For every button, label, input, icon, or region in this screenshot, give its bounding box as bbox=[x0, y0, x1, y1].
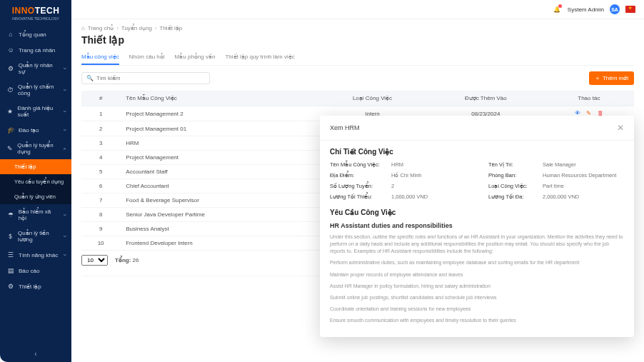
toolbar: 🔍 ＋Thêm mới bbox=[81, 71, 634, 85]
tab-3[interactable]: Thiết lập quy trình làm việc bbox=[225, 50, 294, 65]
pager-total-label: Tổng: bbox=[115, 257, 131, 263]
breadcrumb-item: Thiết lập bbox=[160, 25, 183, 31]
table-header-2: Loại Công Việc bbox=[317, 91, 428, 106]
cell-name: HRM bbox=[120, 136, 317, 151]
field-maxsalary-value: 2,000,000 VND bbox=[543, 193, 624, 200]
breadcrumb-item[interactable]: Trang chủ bbox=[88, 25, 114, 31]
sidebar-item-7[interactable]: ☂Bảo hiểm xã hội bbox=[0, 204, 71, 226]
sidebar-item-label: Tính năng khác bbox=[19, 252, 58, 258]
field-department-value: Human Resources Department bbox=[543, 172, 624, 179]
sidebar-item-10[interactable]: ▤Báo cáo bbox=[0, 263, 71, 278]
sidebar-item-label: Quản lý nhân sự bbox=[19, 62, 59, 75]
sidebar-item-11[interactable]: ⚙Thiết lập bbox=[0, 278, 71, 294]
sidebar-item-4[interactable]: ★Đánh giá hiệu suất bbox=[0, 101, 71, 122]
sidebar-icon: ☰ bbox=[7, 251, 14, 258]
table-header-4: Thao tác bbox=[544, 91, 634, 106]
breadcrumb-sep: › bbox=[155, 25, 157, 31]
add-button-label: Thêm mới bbox=[603, 75, 628, 81]
sidebar-icon: ⏱ bbox=[7, 86, 14, 94]
field-name-value: HRM bbox=[391, 161, 484, 168]
field-location-value: Hồ Chí Minh bbox=[391, 172, 484, 179]
sidebar-item-6[interactable]: ✎Quản lý tuyển dụng bbox=[0, 138, 71, 159]
sidebar-icon: ⚙ bbox=[7, 65, 14, 72]
search-input[interactable] bbox=[96, 75, 205, 81]
sidebar-subitem-6-0[interactable]: Thiết lập bbox=[0, 159, 71, 174]
cell-name: Project Management 01 bbox=[120, 121, 317, 136]
notification-badge bbox=[558, 4, 562, 8]
table-header-1: Tên Mẫu Công Việc bbox=[120, 91, 317, 106]
avatar[interactable]: SA bbox=[610, 4, 620, 14]
modal-body: Chi Tiết Công Việc Tên Mẫu Công Việc: HR… bbox=[320, 141, 634, 337]
field-department-label: Phòng Ban: bbox=[488, 172, 538, 179]
add-button[interactable]: ＋Thêm mới bbox=[589, 71, 634, 85]
cell-number: 3 bbox=[81, 136, 120, 151]
req-line: Maintain proper records of employee atte… bbox=[330, 271, 624, 278]
brand-part1: INNO bbox=[12, 6, 35, 16]
sidebar-item-2[interactable]: ⚙Quản lý nhân sự bbox=[0, 58, 71, 79]
sidebar-icon: ☂ bbox=[7, 211, 14, 218]
sidebar-subitem-6-1[interactable]: Yêu cầu tuyển dụng bbox=[0, 174, 71, 189]
req-line: Perform administrative duties, such as m… bbox=[330, 259, 624, 266]
view-job-modal: Xem HRM ✕ Chi Tiết Công Việc Tên Mẫu Côn… bbox=[320, 116, 634, 337]
tab-1[interactable]: Nhóm câu hỏi bbox=[129, 50, 165, 65]
modal-section-detail-title: Chi Tiết Công Việc bbox=[330, 148, 624, 156]
req-body: Under this section, outline the specific… bbox=[330, 233, 624, 324]
search-icon: 🔍 bbox=[86, 75, 94, 81]
sidebar-icon: ✎ bbox=[7, 145, 13, 152]
cell-name: Chief Accountant bbox=[120, 179, 317, 193]
sidebar: INNOTECH INNOVATIVE TECHNOLOGY ⌂Tổng qua… bbox=[0, 0, 71, 362]
cell-number: 4 bbox=[81, 151, 120, 165]
brand-logo: INNOTECH INNOVATIVE TECHNOLOGY bbox=[0, 0, 71, 26]
cell-number: 5 bbox=[81, 165, 120, 179]
notification-bell-icon[interactable]: 🔔 bbox=[552, 4, 562, 14]
req-line: Submit online job postings, shortlist ca… bbox=[330, 294, 624, 301]
req-intro: Under this section, outline the specific… bbox=[330, 233, 624, 255]
cell-number: 9 bbox=[81, 222, 120, 236]
language-flag-vn-icon[interactable] bbox=[625, 6, 635, 13]
cell-name: Business Analyst bbox=[120, 222, 317, 236]
breadcrumb-item[interactable]: Tuyển dụng bbox=[121, 25, 152, 31]
cell-name: Accountant Staff bbox=[120, 165, 317, 179]
modal-header: Xem HRM ✕ bbox=[320, 116, 634, 141]
field-type-value: Part time bbox=[543, 183, 624, 189]
cell-number: 7 bbox=[81, 193, 120, 208]
sidebar-item-label: Quản lý chấm công bbox=[18, 84, 59, 96]
sidebar-item-label: Quản lý tuyển dụng bbox=[17, 142, 59, 155]
tab-2[interactable]: Mẫu phỏng vấn bbox=[175, 50, 216, 65]
sidebar-icon: ⚙ bbox=[7, 283, 14, 290]
sidebar-item-9[interactable]: ☰Tính năng khác bbox=[0, 247, 71, 263]
tabs: Mẫu công việcNhóm câu hỏiMẫu phỏng vấnTh… bbox=[81, 50, 634, 66]
sidebar-item-label: Đánh giá hiệu suất bbox=[18, 105, 59, 118]
req-line: Ensure smooth communication with employe… bbox=[330, 317, 624, 324]
table-header-0: # bbox=[81, 91, 120, 106]
sidebar-item-label: Tổng quan bbox=[19, 31, 46, 38]
field-location-label: Địa Điểm: bbox=[330, 172, 387, 179]
sidebar-subitem-6-2[interactable]: Quản lý ứng viên bbox=[0, 189, 71, 204]
field-position-label: Tên Vị Trí: bbox=[488, 161, 538, 168]
sidebar-item-1[interactable]: ☺Trang cá nhân bbox=[0, 42, 71, 58]
cell-number: 6 bbox=[81, 179, 120, 193]
sidebar-item-label: Bảo hiểm xã hội bbox=[19, 208, 59, 221]
sidebar-item-0[interactable]: ⌂Tổng quan bbox=[0, 26, 71, 42]
sidebar-item-8[interactable]: ＄Quản lý tiền lương bbox=[0, 226, 71, 247]
sidebar-item-label: Quản lý tiền lương bbox=[18, 230, 59, 243]
sidebar-item-3[interactable]: ⏱Quản lý chấm công bbox=[0, 79, 71, 101]
sidebar-icon: ★ bbox=[7, 108, 14, 115]
sidebar-item-label: Báo cáo bbox=[19, 268, 39, 274]
tab-0[interactable]: Mẫu công việc bbox=[81, 50, 119, 65]
cell-name: Project Management bbox=[120, 151, 317, 165]
sidebar-subitem-label: Yêu cầu tuyển dụng bbox=[14, 179, 64, 185]
search-box[interactable]: 🔍 bbox=[81, 72, 210, 84]
page-size-select[interactable]: 10 bbox=[81, 255, 108, 266]
field-maxsalary-label: Lương Tối Đa: bbox=[488, 193, 538, 200]
breadcrumb-sep: › bbox=[116, 25, 119, 31]
home-icon[interactable]: ⌂ bbox=[81, 25, 85, 31]
req-heading: HR Assistant duties and responsibilities bbox=[330, 222, 624, 229]
field-minsalary-label: Lương Tối Thiểu: bbox=[330, 193, 387, 200]
sidebar-collapse-button[interactable]: ‹ bbox=[0, 346, 71, 362]
modal-close-button[interactable]: ✕ bbox=[617, 123, 624, 133]
pager-total: 26 bbox=[133, 257, 139, 263]
user-name: System Admin bbox=[568, 6, 604, 13]
cell-number: 1 bbox=[81, 106, 120, 121]
sidebar-item-5[interactable]: 🎓Đào tạo bbox=[0, 122, 71, 138]
